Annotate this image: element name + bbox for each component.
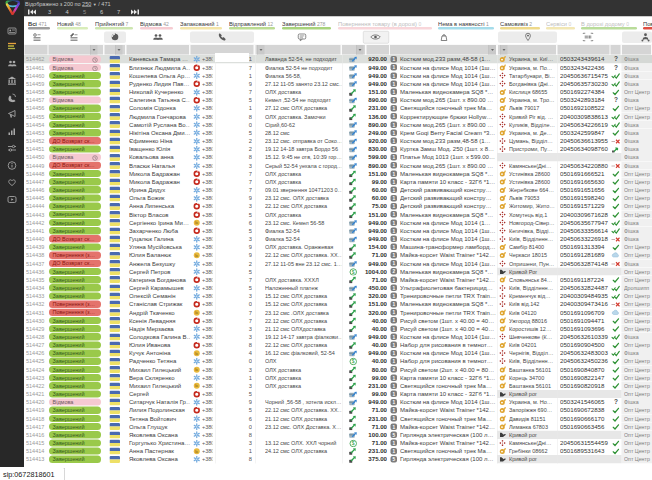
svg-text:lc: lc <box>195 367 198 372</box>
svg-text:$: $ <box>352 269 355 275</box>
svg-text:lc: lc <box>195 220 198 225</box>
svg-text:$: $ <box>352 440 355 446</box>
svg-text:lc: lc <box>195 253 198 258</box>
svg-text:lc: lc <box>195 449 198 454</box>
svg-text:lc: lc <box>195 383 198 388</box>
svg-text:$: $ <box>352 358 355 364</box>
svg-text:lc: lc <box>195 351 198 356</box>
svg-text:lc: lc <box>195 310 198 315</box>
